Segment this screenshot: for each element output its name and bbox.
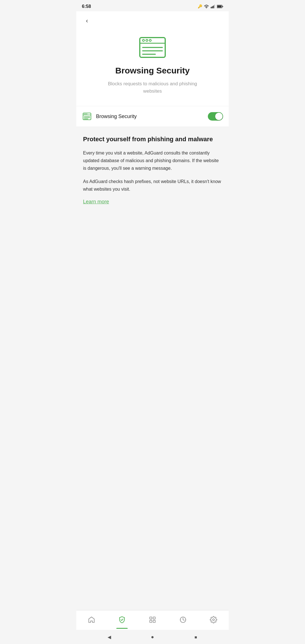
android-back-button[interactable]: ◀ [105,633,114,641]
toggle-thumb [215,113,223,120]
info-title: Protect yourself from phishing and malwa… [83,135,222,143]
bottom-nav [76,610,229,630]
hero-section: Browsing Security Blocks requests to mal… [76,31,229,106]
toggle-icon [82,111,92,121]
android-home-button[interactable]: ● [148,633,157,641]
battery-icon [217,5,223,8]
apps-icon [149,616,156,623]
status-icons: 🔑 [198,4,223,8]
hero-subtitle: Blocks requests to malicious and phishin… [107,80,198,95]
svg-rect-26 [153,620,155,623]
status-time: 6:58 [82,4,91,9]
info-paragraph-1: Every time you visit a website, AdGuard … [83,149,222,172]
svg-rect-3 [214,5,215,8]
info-paragraph-2: As AdGuard checks hash prefixes, not web… [83,178,222,193]
key-icon: 🔑 [198,4,202,8]
gear-icon [210,616,217,623]
svg-point-19 [86,114,87,114]
nav-item-home[interactable] [76,610,107,629]
nav-item-protection[interactable] [107,610,137,629]
svg-point-9 [143,40,145,42]
android-recents-button[interactable]: ■ [191,633,200,641]
svg-point-18 [85,114,86,114]
android-back-icon: ◀ [108,634,111,640]
nav-item-activity[interactable] [168,610,198,629]
svg-rect-24 [153,617,155,619]
svg-point-17 [84,114,85,114]
nav-active-indicator [116,628,128,629]
svg-rect-5 [217,5,221,8]
back-arrow-icon: ‹ [86,17,88,25]
android-nav-bar: ◀ ● ■ [76,630,229,644]
back-button[interactable]: ‹ [82,16,92,26]
android-home-icon: ● [151,634,154,640]
svg-rect-23 [150,617,152,619]
browsing-security-toggle[interactable] [208,112,223,121]
signal-icon [211,5,215,8]
svg-rect-0 [211,7,212,8]
toggle-label: Browsing Security [96,114,208,119]
info-section: Protect yourself from phishing and malwa… [76,127,229,610]
nav-item-apps[interactable] [137,610,168,629]
nav-header: ‹ [76,11,229,31]
page-title: Browsing Security [115,66,189,76]
toggle-row: Browsing Security [76,106,229,127]
status-bar: 6:58 🔑 [76,0,229,11]
shield-check-icon [118,616,126,623]
svg-point-28 [213,619,215,621]
activity-chart-icon [179,616,187,623]
svg-point-11 [149,40,151,42]
svg-rect-25 [150,620,152,623]
browsing-security-icon [138,36,167,59]
nav-item-settings[interactable] [198,610,229,629]
android-recents-icon: ■ [195,635,197,639]
home-icon [88,616,95,623]
svg-rect-1 [212,6,213,8]
svg-rect-6 [222,6,223,7]
main-content: ‹ Browsing Security Blocks requests to m… [76,11,229,610]
svg-point-10 [146,40,148,42]
learn-more-link[interactable]: Learn more [83,199,109,204]
svg-rect-2 [213,5,214,8]
wifi-icon [204,5,209,8]
